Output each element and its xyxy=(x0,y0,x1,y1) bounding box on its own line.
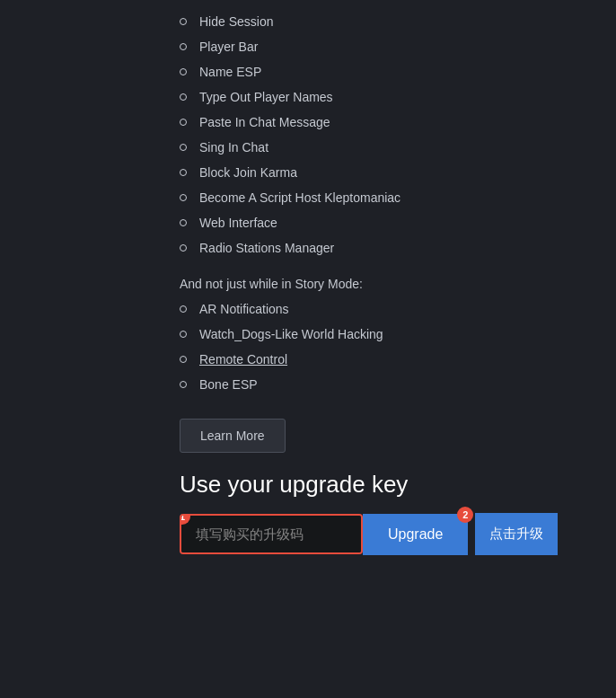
list-item-block-join: Block Join Karma xyxy=(180,160,589,185)
item-label: Become A Script Host Kleptomaniac xyxy=(199,190,400,205)
item-label: Type Out Player Names xyxy=(199,90,333,104)
list-item-player-bar: Player Bar xyxy=(180,34,589,59)
upgrade-button[interactable]: Upgrade xyxy=(363,514,468,555)
list-item-web-interface: Web Interface xyxy=(180,210,589,235)
item-label: Radio Stations Manager xyxy=(199,241,334,255)
content-area: Hide Session Player Bar Name ESP Type Ou… xyxy=(0,0,616,573)
list-item-bone-esp: Bone ESP xyxy=(180,372,589,397)
bullet-icon xyxy=(180,381,187,388)
bullet-icon xyxy=(180,93,187,101)
item-label: Bone ESP xyxy=(199,377,258,392)
bullet-icon xyxy=(180,119,187,126)
list-item-ar-notifications: AR Notifications xyxy=(180,296,589,322)
online-list-section: AR Notifications Watch_Dogs-Like World H… xyxy=(180,296,589,397)
item-label: Player Bar xyxy=(199,40,258,54)
item-label: Watch_Dogs-Like World Hacking xyxy=(199,327,383,341)
bullet-icon xyxy=(180,18,187,25)
item-label: Name ESP xyxy=(199,65,261,79)
upgrade-section: Use your upgrade key 1 Upgrade 2 点击升级 xyxy=(180,471,589,555)
list-item-hide-session: Hide Session xyxy=(180,9,589,34)
item-label: Paste In Chat Message xyxy=(199,115,330,129)
bullet-icon xyxy=(180,305,187,313)
list-item-remote-control: Remote Control xyxy=(180,347,589,372)
item-label: AR Notifications xyxy=(199,302,289,316)
bullet-icon xyxy=(180,194,187,201)
bullet-icon xyxy=(180,331,187,338)
list-item-script-host: Become A Script Host Kleptomaniac xyxy=(180,185,589,210)
chinese-upgrade-button[interactable]: 点击升级 xyxy=(475,513,558,555)
upgrade-input-row: 1 Upgrade 2 点击升级 xyxy=(180,513,589,555)
item-label: Remote Control xyxy=(199,352,287,367)
main-list-section: Hide Session Player Bar Name ESP Type Ou… xyxy=(180,9,589,261)
bullet-icon xyxy=(180,169,187,176)
item-label: Sing In Chat xyxy=(199,140,268,155)
badge-2: 2 xyxy=(457,507,473,523)
upgrade-title: Use your upgrade key xyxy=(180,471,589,499)
list-item-watchdogs: Watch_Dogs-Like World Hacking xyxy=(180,322,589,347)
bullet-icon xyxy=(180,43,187,50)
list-item-radio-stations: Radio Stations Manager xyxy=(180,235,589,261)
bullet-icon xyxy=(180,356,187,363)
list-item-paste-chat: Paste In Chat Message xyxy=(180,110,589,135)
item-label: Hide Session xyxy=(199,14,274,29)
upgrade-button-wrapper: Upgrade 2 xyxy=(363,514,468,555)
item-label: Web Interface xyxy=(199,216,277,230)
bullet-icon xyxy=(180,244,187,252)
input-wrapper: 1 xyxy=(180,514,363,554)
list-item-type-out: Type Out Player Names xyxy=(180,84,589,110)
learn-more-button[interactable]: Learn More xyxy=(180,419,286,453)
bullet-icon xyxy=(180,68,187,75)
upgrade-key-input[interactable] xyxy=(181,516,361,552)
story-mode-label: And not just while in Story Mode: xyxy=(180,269,589,296)
bullet-icon xyxy=(180,144,187,151)
list-item-name-esp: Name ESP xyxy=(180,59,589,84)
bullet-icon xyxy=(180,219,187,226)
list-item-sing-chat: Sing In Chat xyxy=(180,135,589,160)
main-container: Hide Session Player Bar Name ESP Type Ou… xyxy=(0,0,616,698)
item-label: Block Join Karma xyxy=(199,165,297,180)
